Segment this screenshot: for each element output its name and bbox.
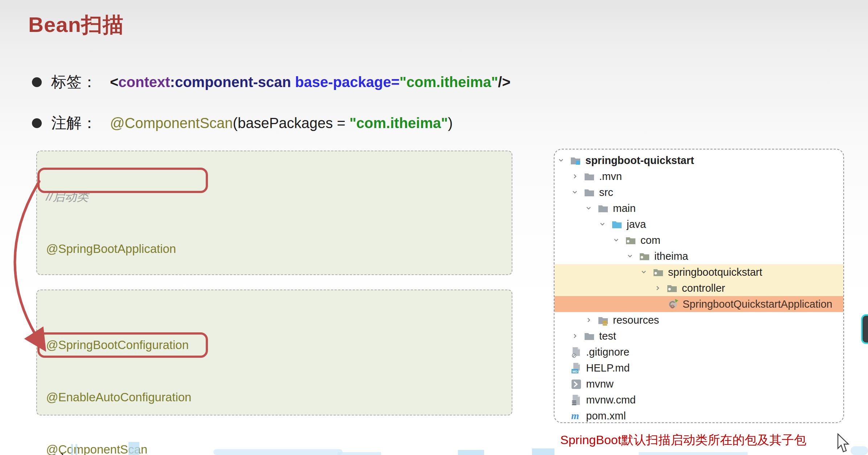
tree-row-pom-xml[interactable]: m pom.xml [554,408,843,423]
tree-row-main[interactable]: main [554,200,843,216]
page-title: Bean扫描 [28,11,124,39]
chevron-down-icon[interactable] [626,251,639,261]
code-block-launcher-class: //启动类 @SpringBootApplication public clas… [36,151,512,275]
decorative-shape [337,452,381,455]
resources-folder-icon [597,315,610,325]
chevron-down-icon[interactable] [612,235,625,245]
xml-namespace: context [118,74,170,90]
tree-row-label: test [599,330,616,342]
chevron-right-icon[interactable] [570,171,584,181]
java-folder-icon [611,219,623,230]
tree-row-test[interactable]: test [554,328,843,344]
bullet-icon [32,77,42,87]
springbootapplication-annotation: @SpringBootApplication [37,240,512,258]
tree-row-label: springboot-quickstart [585,155,694,167]
tree-row-label: main [613,202,636,214]
console-file-icon [570,378,583,389]
tree-row-label: itheima [654,250,688,262]
folder-icon [584,187,596,198]
decorative-shape [75,444,77,455]
tree-row-application-class[interactable]: SpringbootQuickstartApplication [554,296,843,312]
tree-row-label: java [627,218,646,230]
red-arrow [9,171,53,356]
xml-element-name: :component-scan [170,74,291,90]
chevron-right-icon[interactable] [570,331,584,341]
chevron-down-icon[interactable] [584,203,597,213]
xml-attribute: base-package= [291,74,400,90]
decorative-shape [532,448,554,455]
chevron-down-icon[interactable] [639,267,652,277]
tree-row-label: com [640,234,660,246]
red-highlight-circle [37,332,208,358]
maven-file-icon: m [570,410,583,421]
tree-row-com[interactable]: com [554,232,843,248]
project-tree-panel: springboot-quickstart .mvn src main java… [554,149,844,423]
tree-row-label: SpringbootQuickstartApplication [683,298,832,310]
tree-row-label: mvnw.cmd [586,394,636,406]
tree-row-src[interactable]: src [554,184,843,200]
folder-icon [584,331,596,341]
tree-row-springbootquickstart[interactable]: springbootquickstart [554,264,843,280]
screen-tool-button[interactable] [861,314,868,344]
bullet-tag-line: 标签： <context:component-scan base-package… [32,71,511,93]
svg-text:m: m [571,410,579,421]
chevron-right-icon[interactable] [653,283,666,293]
tree-row-help-md[interactable]: MD HELP.md [554,360,843,376]
tree-row-label: pom.xml [586,410,626,422]
mouse-cursor [837,433,852,454]
slide: Bean扫描 标签： <context:component-scan base-… [0,0,868,455]
springboot-class-icon [667,299,679,310]
tree-row-springboot-quickstart[interactable]: springboot-quickstart [554,152,843,168]
bullet-annotation-label: 注解： [51,113,97,133]
bullet-annotation-line: 注解： @ComponentScan(basePackages = "com.i… [32,112,453,134]
annotation-code: @ComponentScan(basePackages = "com.ithei… [110,115,453,131]
tree-row-itheima[interactable]: itheima [554,248,843,264]
decorative-shape [128,442,139,455]
enableautoconfiguration-annotation: @EnableAutoConfiguration [37,389,512,406]
svg-text:MD: MD [573,370,578,373]
package-icon [666,283,679,294]
scan-note-caption: SpringBoot默认扫描启动类所在的包及其子包 [560,432,806,448]
tree-row-mvn[interactable]: .mvn [554,168,843,184]
tree-row-label: mvnw [586,378,614,390]
annotation-value: "com.itheima" [349,115,448,131]
tree-row-label: .mvn [599,171,622,183]
code-block-annotation-definition: @SpringBootConfiguration @EnableAutoConf… [36,290,512,415]
tree-row-gitignore[interactable]: .gitignore [554,344,843,360]
annotation-args-open: (basePackages = [233,115,349,131]
text-file-icon [570,394,583,405]
xml-open-bracket: < [110,74,118,90]
package-icon [639,251,651,262]
tree-row-controller[interactable]: controller [554,280,843,296]
tree-row-label: src [599,186,613,198]
chevron-down-icon[interactable] [570,187,584,197]
folder-icon [597,203,610,214]
chevron-right-icon[interactable] [584,315,597,325]
decorative-shape [213,449,343,455]
package-icon [652,267,665,278]
project-folder-icon [570,155,582,166]
gitignore-file-icon [570,347,583,357]
xml-attribute-value: "com.itheima" [400,74,498,90]
tree-row-java[interactable]: java [554,216,843,232]
decorative-shape [71,444,73,455]
decorative-shape [639,452,748,455]
chevron-down-icon[interactable] [598,219,611,229]
tree-row-mvnw[interactable]: mvnw [554,376,843,392]
decorative-shape [851,446,868,455]
tree-row-resources[interactable]: resources [554,312,843,328]
tree-row-mvnw-cmd[interactable]: mvnw.cmd [554,392,843,408]
bullet-icon [32,118,42,128]
componentscan-annotation: @ComponentScan [110,115,233,131]
tree-row-label: .gitignore [586,346,629,358]
annotation-args-close: ) [448,115,453,131]
chevron-down-icon[interactable] [557,155,570,165]
red-highlight-circle [37,168,208,193]
markdown-file-icon: MD [570,362,583,373]
tree-row-label: resources [613,314,659,326]
xml-tag-code: <context:component-scan base-package="co… [110,74,511,90]
decorative-shape [458,450,484,455]
tree-row-label: HELP.md [586,362,630,374]
tree-row-label: springbootquickstart [668,266,762,278]
bullet-tag-label: 标签： [51,72,97,92]
